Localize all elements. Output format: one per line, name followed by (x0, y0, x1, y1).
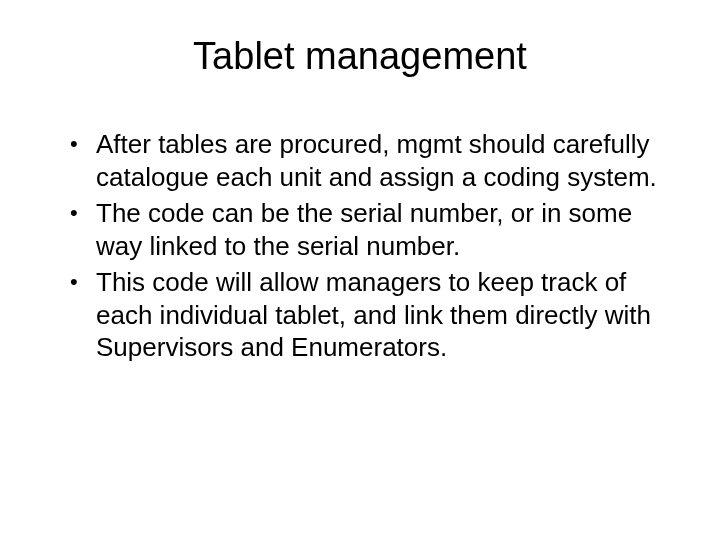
bullet-icon: • (70, 266, 96, 296)
bullet-icon: • (70, 197, 96, 227)
bullet-icon: • (70, 128, 96, 158)
slide: Tablet management • After tables are pro… (0, 0, 720, 540)
slide-content: • After tables are procured, mgmt should… (50, 128, 670, 364)
list-item: • After tables are procured, mgmt should… (70, 128, 670, 193)
slide-title: Tablet management (50, 35, 670, 78)
list-item: • This code will allow managers to keep … (70, 266, 670, 364)
bullet-text: This code will allow managers to keep tr… (96, 266, 670, 364)
list-item: • The code can be the serial number, or … (70, 197, 670, 262)
bullet-text: After tables are procured, mgmt should c… (96, 128, 670, 193)
bullet-text: The code can be the serial number, or in… (96, 197, 670, 262)
